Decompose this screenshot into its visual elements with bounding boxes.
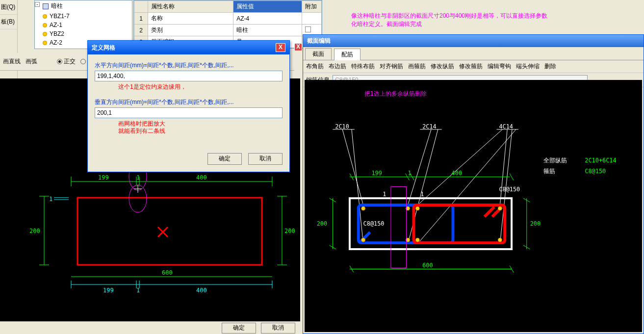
tool-line[interactable]: 画直线 xyxy=(3,57,21,66)
lbl-all-bars: 全部纵筋 xyxy=(543,157,567,164)
dim-1: 1 xyxy=(408,170,412,177)
dim-400b: 400 xyxy=(196,287,207,294)
lbl-2c10: 2C10 xyxy=(335,123,349,130)
tree-item[interactable]: AZ-1 xyxy=(35,21,132,29)
svg-line-27 xyxy=(408,129,431,205)
annotation-text: 像这种暗柱与非阴影区的截面尺寸200与400刚好是相等，可以直接选择参数 化暗柱… xyxy=(351,12,547,28)
dim-200r: 200 xyxy=(530,220,541,227)
menu-item-graph[interactable]: 图(Q) xyxy=(0,0,17,15)
dim-199: 199 xyxy=(98,174,109,181)
tree-item[interactable]: YBZ1-7 xyxy=(35,12,132,21)
cancel-button[interactable]: 取消 xyxy=(261,323,295,334)
tool-end-extend[interactable]: 端头伸缩 xyxy=(516,62,540,71)
tool-arc[interactable]: 画弧 xyxy=(26,57,37,66)
dim-1b: 1 xyxy=(420,191,424,198)
tool-edge-bar[interactable]: 布边筋 xyxy=(329,62,346,71)
prop-row[interactable]: 2 类别 暗柱 xyxy=(134,25,322,36)
lbl-c8-b: C8@150 xyxy=(363,220,385,227)
section-tabs: 截面 配筋 xyxy=(303,47,644,60)
dim-200-right: 200 xyxy=(284,228,295,234)
close-icon[interactable]: X xyxy=(276,43,285,52)
lbl-4c14: 4C14 xyxy=(499,123,513,130)
tree-toggle-icon[interactable]: - xyxy=(35,2,40,7)
section-toolbar: 布角筋 布边筋 特殊布筋 对齐钢筋 画箍筋 修改纵筋 修改箍筋 编辑弯钩 端头伸… xyxy=(303,60,644,73)
h-spacing-input[interactable] xyxy=(95,71,283,81)
prop-row-value[interactable]: AZ-4 xyxy=(233,13,302,25)
tree-root-label: 暗柱 xyxy=(51,2,63,9)
svg-point-42 xyxy=(415,238,419,242)
ortho-radio[interactable]: 正交 xyxy=(57,57,76,66)
dim-200-left: 200 xyxy=(29,228,40,234)
dim-200l: 200 xyxy=(317,220,327,227)
tab-rebar[interactable]: 配筋 xyxy=(334,49,361,60)
lbl-stirrup: 箍筋 xyxy=(543,168,555,175)
prop-row-extra xyxy=(302,13,322,25)
val-stirrup: C8@150 xyxy=(585,168,606,175)
tool-special-bar[interactable]: 特殊布筋 xyxy=(351,62,375,71)
tool-mod-stirrup[interactable]: 修改箍筋 xyxy=(459,62,483,71)
tree-item-label: YBZ1-7 xyxy=(50,13,70,20)
h-spacing-note: 这个1是定位约束边缘用， xyxy=(118,83,283,91)
prop-row-idx: 2 xyxy=(134,25,148,36)
dim-600: 600 xyxy=(162,269,173,276)
svg-point-43 xyxy=(498,206,502,210)
tree-item-label: YBZ2 xyxy=(50,30,64,37)
prop-row-value[interactable]: 暗柱 xyxy=(233,25,302,36)
section-canvas[interactable]: 把1边上的多余纵筋删除 2C10 2C14 4C14 199 1 400 xyxy=(305,80,642,332)
v-spacing-label: 垂直方向间距(mm)=间距*个数,间距,间距*个数,间距,... xyxy=(95,98,283,106)
section-editor-window: 截面编辑 截面 配筋 布角筋 布边筋 特殊布筋 对齐钢筋 画箍筋 修改纵筋 修改… xyxy=(303,34,644,334)
svg-point-37 xyxy=(361,206,365,210)
prop-row-idx: 1 xyxy=(134,13,148,25)
prop-row-name: 名称 xyxy=(148,13,233,25)
svg-rect-13 xyxy=(77,198,262,265)
canvas-note: 把1边上的多余纵筋删除 xyxy=(364,90,427,97)
ok-button[interactable]: 确定 xyxy=(222,323,256,334)
svg-point-38 xyxy=(361,238,365,242)
dim-199b: 199 xyxy=(103,287,114,294)
section-editor-title: 截面编辑 xyxy=(303,35,644,47)
prop-row-name: 类别 xyxy=(148,25,233,36)
prop-corner xyxy=(134,1,148,13)
v-spacing-note: 画网格时把图放大 就能看到有二条线 xyxy=(118,120,283,135)
prop-row[interactable]: 1 名称 AZ-4 xyxy=(134,13,322,25)
tool-label: 画直线 xyxy=(3,57,21,66)
radio-icon xyxy=(57,59,62,64)
dim-1: 1 xyxy=(136,174,140,181)
svg-point-41 xyxy=(415,206,419,210)
val-all-bars: 2C10+6C14 xyxy=(585,157,616,164)
tool-draw-stirrup[interactable]: 画箍筋 xyxy=(408,62,426,71)
close-icon[interactable]: X xyxy=(294,43,302,51)
svg-point-44 xyxy=(498,238,502,242)
tool-mod-long[interactable]: 修改纵筋 xyxy=(431,62,454,71)
tool-edit-hook[interactable]: 编辑弯钩 xyxy=(488,62,511,71)
menu-item-slab[interactable]: 板(B) xyxy=(0,15,17,29)
radio-icon xyxy=(80,59,86,64)
lbl-2c14: 2C14 xyxy=(422,123,437,130)
tree-item[interactable]: YBZ2 xyxy=(35,29,132,38)
svg-line-29 xyxy=(417,129,502,205)
dialog-title: 定义网格 xyxy=(92,44,115,52)
dim-1a: 1 xyxy=(383,191,386,198)
lbl-c8-a: C8@150 xyxy=(499,186,520,193)
v-spacing-input[interactable] xyxy=(95,107,283,118)
tool-corner-bar[interactable]: 布角筋 xyxy=(306,62,324,71)
prop-hdr-extra: 附加 xyxy=(302,1,322,13)
tree-item-label: AZ-2 xyxy=(50,39,62,46)
dim-400: 400 xyxy=(452,170,462,177)
bottom-button-bar: 确定 取消 xyxy=(0,321,300,334)
dim-199: 199 xyxy=(371,170,382,177)
h-spacing-label: 水平方向间距(mm)=间距*个数,间距,间距*个数,间距,... xyxy=(95,61,283,70)
tree-root[interactable]: - 暗柱 xyxy=(35,0,132,12)
dim-1-left: 1 xyxy=(49,196,52,203)
define-grid-dialog: 定义网格 X 水平方向间距(mm)=间距*个数,间距,间距*个数,间距,... … xyxy=(87,40,290,172)
prop-hdr-value: 属性值 xyxy=(233,1,302,13)
cancel-button[interactable]: 取消 xyxy=(248,153,283,165)
tool-delete[interactable]: 删除 xyxy=(544,62,556,71)
dim-400: 400 xyxy=(196,174,207,181)
dim-600: 600 xyxy=(422,262,433,269)
tab-section[interactable]: 截面 xyxy=(305,48,332,60)
tool-align-bar[interactable]: 对齐钢筋 xyxy=(380,62,403,71)
tool-label: 画弧 xyxy=(26,57,37,66)
tree-item-label: AZ-1 xyxy=(50,22,62,28)
ok-button[interactable]: 确定 xyxy=(207,153,242,165)
